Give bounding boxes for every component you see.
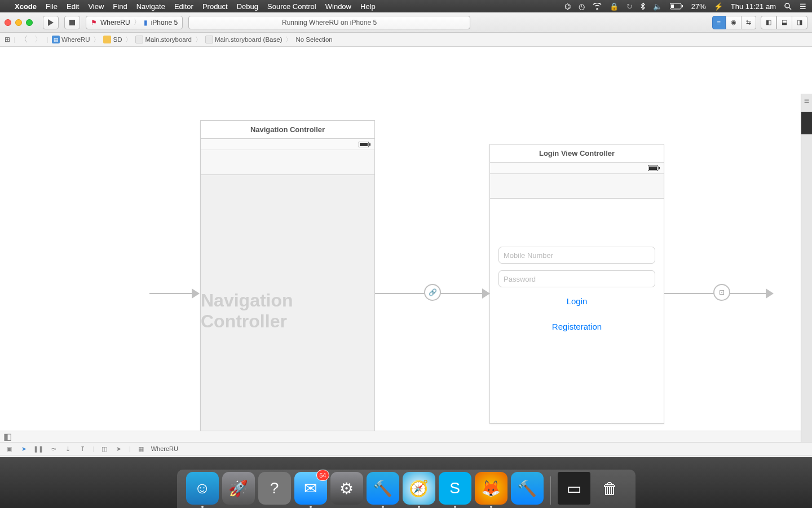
jump-folder[interactable]: SD (102, 36, 123, 43)
launchpad-icon[interactable]: 🚀 (222, 472, 255, 505)
process-icon: ▦ (136, 444, 145, 453)
toggle-navigator-button[interactable]: ◧ (761, 16, 776, 29)
scheme-selector[interactable]: ⚑ WhereRU 〉 ▮ iPhone 5 (86, 16, 183, 29)
storyboard-canvas[interactable]: Navigation Controller Navigation Control… (0, 47, 812, 442)
toggle-debug-button[interactable]: ⬓ (776, 16, 792, 29)
mail-icon[interactable]: ✉54 (294, 472, 327, 505)
battery-icon (359, 142, 371, 147)
debug-view-icon[interactable]: ◫ (100, 444, 109, 453)
svg-point-3 (785, 3, 789, 8)
macos-menubar: Xcode File Edit View Find Navigate Edito… (0, 0, 812, 12)
initial-view-controller-arrow[interactable] (149, 288, 200, 299)
forward-button[interactable]: 〉 (32, 34, 45, 45)
pause-icon[interactable]: ❚❚ (34, 444, 43, 453)
firefox-icon[interactable]: 🦊 (475, 472, 508, 505)
menu-help[interactable]: Help (360, 2, 376, 11)
editor-mode-group: ≡ ◉ ⇆ (712, 16, 756, 29)
document-outline-toggle-icon[interactable]: ◧ (3, 431, 12, 442)
menu-editor[interactable]: Editor (174, 2, 193, 11)
menu-debug[interactable]: Debug (237, 2, 258, 11)
password-field[interactable]: Password (498, 270, 655, 287)
menu-navigate[interactable]: Navigate (136, 2, 165, 11)
hamburger-icon[interactable]: ≡ (801, 94, 812, 106)
step-into-icon[interactable]: ⤓ (63, 444, 72, 453)
scheme-device-label: iPhone 5 (151, 19, 178, 27)
menu-product[interactable]: Product (202, 2, 228, 11)
breakpoints-toggle-icon[interactable]: ➤ (19, 444, 28, 453)
help-icon[interactable]: ? (258, 472, 291, 505)
menu-window[interactable]: Window (325, 2, 351, 11)
menu-find[interactable]: Find (113, 2, 127, 11)
skype-icon[interactable]: S (439, 472, 471, 505)
menu-source-control[interactable]: Source Control (267, 2, 316, 11)
jump-project[interactable]: ▤ WhereRU (51, 36, 91, 43)
clock[interactable]: Thu 11:21 am (731, 2, 776, 11)
spotlight-icon[interactable] (784, 2, 792, 10)
notification-center-icon[interactable]: ☰ (800, 2, 806, 11)
menu-file[interactable]: File (46, 2, 58, 11)
app-menu[interactable]: Xcode (15, 2, 37, 11)
zoom-window-button[interactable] (26, 19, 33, 26)
navigation-controller-scene[interactable]: Navigation Controller Navigation Control… (200, 120, 375, 442)
login-button[interactable]: Login (498, 296, 655, 306)
lock-icon[interactable]: 🔒 (610, 2, 619, 11)
step-over-icon[interactable]: ⤼ (48, 444, 58, 453)
system-preferences-icon[interactable]: ⚙ (330, 472, 363, 505)
activity-status: Running WhereRU on iPhone 5 (188, 16, 470, 29)
app-icon: ⚑ (91, 19, 97, 27)
volume-icon[interactable]: 🔈 (653, 2, 662, 11)
svg-rect-8 (360, 143, 368, 146)
charging-icon: ⚡ (714, 2, 723, 11)
segue-push-icon[interactable]: ⊡ (713, 284, 730, 301)
login-scene-body: Mobile Number Password Login Registerati… (490, 199, 664, 423)
hide-debug-icon[interactable]: ▣ (5, 444, 14, 453)
battery-icon (648, 165, 660, 171)
toggle-utilities-button[interactable]: ◨ (792, 16, 807, 29)
jump-storyboard-base[interactable]: Main.storyboard (Base) (204, 36, 284, 43)
standard-editor-button[interactable]: ≡ (712, 16, 726, 29)
timemachine-icon[interactable]: ↻ (626, 2, 633, 11)
finder-icon[interactable]: ☺ (186, 472, 219, 505)
assistant-editor-button[interactable]: ◉ (726, 16, 742, 29)
bluetooth-icon[interactable] (641, 2, 645, 10)
storyboard-icon (135, 36, 143, 43)
safari-icon[interactable]: 🧭 (403, 472, 435, 505)
minimized-window-icon[interactable]: ▭ (558, 472, 590, 505)
scene-nav-bar (490, 174, 664, 199)
trash-icon[interactable]: 🗑 (594, 472, 626, 505)
utilities-panel-sliver[interactable]: ≡ (801, 94, 812, 442)
jump-storyboard[interactable]: Main.storyboard (134, 36, 192, 43)
registration-button[interactable]: Registeration (498, 322, 655, 331)
stop-button[interactable] (64, 16, 80, 29)
wifi-icon[interactable] (593, 3, 602, 10)
canvas-footer-bar: ◧ (0, 431, 812, 442)
svg-rect-1 (682, 5, 683, 7)
back-button[interactable]: 〈 (17, 34, 30, 45)
dropbox-icon[interactable]: ⌬ (564, 2, 571, 11)
jump-selection[interactable]: No Selection (294, 36, 333, 43)
version-editor-button[interactable]: ⇆ (742, 16, 756, 29)
menu-view[interactable]: View (88, 2, 104, 11)
svg-rect-5 (69, 20, 75, 25)
battery-icon[interactable] (670, 3, 683, 10)
status-text: Running WhereRU on iPhone 5 (282, 19, 377, 27)
segue-relationship-icon[interactable]: 🔗 (424, 284, 441, 301)
minimize-window-button[interactable] (15, 19, 22, 26)
debug-process-label[interactable]: WhereRU (151, 445, 178, 452)
menu-edit[interactable]: Edit (67, 2, 79, 11)
related-items-icon[interactable]: ⊞ (3, 36, 11, 43)
step-out-icon[interactable]: ⤒ (78, 444, 87, 453)
close-window-button[interactable] (5, 19, 11, 26)
window-controls (5, 19, 33, 26)
timer-icon[interactable]: ◷ (579, 2, 585, 11)
svg-rect-10 (659, 167, 660, 169)
run-button[interactable] (43, 16, 59, 29)
login-view-controller-scene[interactable]: Login View Controller Mobile Number Pass… (489, 144, 664, 424)
location-icon[interactable]: ➤ (114, 444, 123, 453)
xcode-icon[interactable]: 🔨 (367, 472, 399, 505)
mail-badge: 54 (316, 470, 329, 481)
mobile-number-field[interactable]: Mobile Number (498, 247, 655, 264)
scene-status-bar (490, 163, 664, 174)
device-icon: ▮ (144, 19, 148, 27)
xcode-beta-icon[interactable]: 🔨 (511, 472, 544, 505)
